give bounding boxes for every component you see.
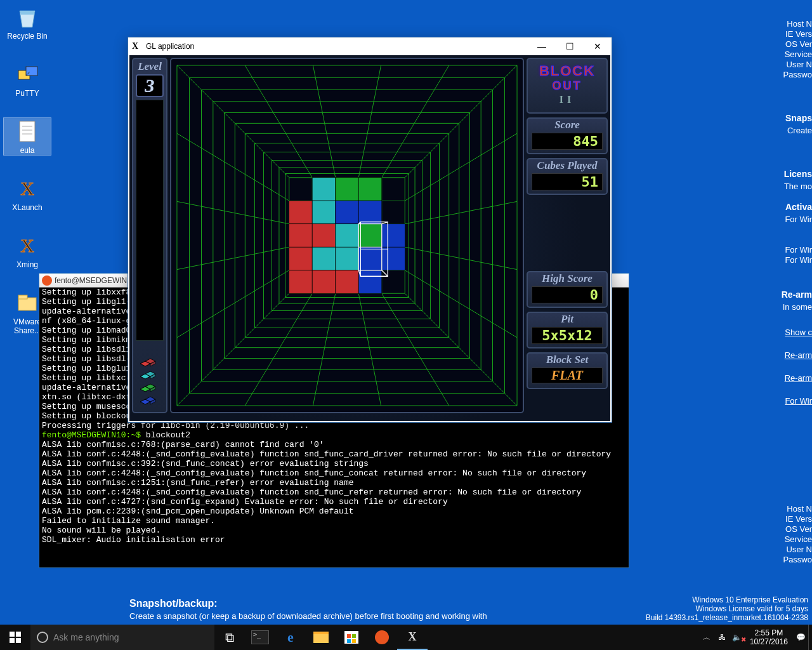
bg-fragment: Show c	[785, 328, 812, 337]
bg-fragment: Re-arm	[785, 350, 812, 360]
stack-cube	[139, 370, 159, 380]
svg-line-54	[177, 270, 289, 338]
bg-fragment: In some	[783, 302, 812, 312]
footer-note: Snapshot/backup: Create a snapshot (or k…	[129, 598, 487, 621]
svg-rect-104	[16, 638, 21, 643]
hiscore-label: High Score	[528, 272, 606, 285]
tray-volume-icon[interactable]: 🔈✖	[730, 633, 745, 642]
score-panel: Score 845	[527, 117, 608, 154]
tray-network-icon[interactable]: 🖧	[714, 633, 730, 642]
bg-fragment: Create	[787, 126, 812, 135]
bg-fragment: User N	[787, 545, 812, 554]
taskbar-app-terminal[interactable]: >_	[245, 625, 275, 650]
vmware-share-icon	[14, 289, 41, 316]
game-pit[interactable]	[170, 58, 524, 413]
svg-rect-92	[358, 270, 382, 294]
bg-fragment: OS Ver	[785, 524, 812, 534]
bg-fragment: Passwo	[783, 70, 812, 79]
svg-rect-91	[336, 270, 359, 294]
svg-line-58	[177, 293, 289, 406]
icon-label: PuTTY	[4, 89, 51, 98]
desktop-icon-xlaunch[interactable]: XXLaunch	[4, 175, 51, 212]
taskbar-app-xming[interactable]: X	[397, 625, 428, 650]
svg-line-46	[177, 201, 289, 223]
taskbar[interactable]: Ask me anything ⧉ >_ e X ︿ 🖧 🔈✖ 2:55 PM …	[0, 625, 812, 650]
svg-line-51	[405, 247, 517, 269]
bg-fragment: Licens	[784, 169, 812, 179]
minimize-button[interactable]: —	[528, 37, 556, 55]
bg-fragment: IE Vers	[785, 514, 812, 524]
game-titlebar[interactable]: X GL application — ☐ ✕	[128, 37, 612, 55]
desktop-icon-xming[interactable]: XXming	[4, 232, 51, 269]
bg-fragment: Host N	[787, 19, 812, 29]
system-tray[interactable]: ︿ 🖧 🔈✖ 2:55 PM 10/27/2016 💬	[699, 625, 812, 650]
svg-rect-78	[358, 201, 382, 224]
svg-rect-9	[18, 298, 36, 310]
stack-cube	[139, 383, 159, 393]
svg-rect-86	[336, 247, 359, 270]
svg-rect-82	[358, 224, 382, 248]
desktop-icon-eula[interactable]: eula	[4, 118, 51, 155]
watermark-line: Windows License valid for 5 days	[646, 604, 808, 613]
tray-clock[interactable]: 2:55 PM 10/27/2016	[745, 628, 793, 646]
svg-rect-107	[347, 639, 351, 643]
bg-fragment: Activa	[785, 202, 812, 212]
bg-fragment: For Wir	[785, 255, 812, 265]
taskbar-app-ubuntu[interactable]	[367, 625, 397, 650]
bg-fragment: Service	[785, 534, 812, 544]
taskbar-app-edge[interactable]: e	[275, 625, 306, 650]
stack-cube	[139, 357, 159, 368]
close-button[interactable]: ✕	[584, 37, 612, 55]
svg-line-53	[382, 293, 449, 406]
icon-label: eula	[4, 146, 51, 155]
level-value: 3	[136, 74, 164, 97]
bg-fragment: Snaps	[785, 113, 812, 123]
game-window-title: GL application	[146, 42, 194, 51]
svg-rect-81	[336, 224, 359, 248]
ubuntu-icon	[42, 275, 52, 286]
maximize-button[interactable]: ☐	[556, 37, 584, 55]
start-button[interactable]	[0, 625, 30, 650]
tray-chevron-icon[interactable]: ︿	[699, 632, 714, 643]
stack-cube	[139, 395, 159, 406]
game-body[interactable]: Level 3 BLOCK OUT II Score 845 Cubes Pla…	[129, 55, 610, 421]
svg-line-56	[405, 65, 517, 178]
svg-rect-103	[10, 638, 15, 643]
bg-fragment: Re-arm	[782, 289, 812, 300]
search-box[interactable]: Ask me anything	[30, 625, 214, 650]
desktop-icon-putty[interactable]: PuTTY	[4, 61, 51, 98]
svg-line-40	[245, 65, 312, 178]
stack-indicator	[139, 355, 159, 406]
svg-rect-76	[312, 201, 336, 224]
score-value: 845	[532, 133, 603, 150]
game-window[interactable]: X GL application — ☐ ✕ Level 3 BLOCK OUT…	[128, 37, 612, 423]
svg-line-42	[177, 133, 289, 201]
desktop-icon-recycle-bin[interactable]: Recycle Bin	[4, 4, 51, 41]
svg-rect-79	[289, 224, 313, 248]
task-view-button[interactable]: ⧉	[214, 625, 245, 650]
icon-label: Recycle Bin	[4, 32, 51, 41]
terminal-title: fento@MSEDGEWIN1	[55, 276, 131, 285]
svg-line-59	[405, 293, 517, 406]
watermark-line: Windows 10 Enterprise Evaluation	[646, 595, 808, 604]
svg-line-55	[405, 270, 517, 338]
recycle-bin-icon	[14, 4, 41, 30]
svg-text:X: X	[20, 178, 34, 199]
show-desktop-button[interactable]	[808, 625, 812, 650]
svg-rect-72	[312, 178, 336, 201]
svg-rect-101	[10, 632, 15, 637]
tray-notifications-icon[interactable]: 💬	[793, 633, 808, 642]
svg-line-44	[313, 65, 335, 178]
blockset-value: FLAT	[532, 368, 603, 383]
pit-label: Pit	[528, 313, 606, 326]
svg-rect-10	[18, 295, 27, 299]
blockset-label: Block Set	[528, 354, 606, 366]
pit-panel: Pit 5x5x12	[527, 312, 608, 348]
taskbar-app-explorer[interactable]	[306, 625, 336, 650]
svg-rect-90	[312, 270, 336, 294]
taskbar-app-store[interactable]	[336, 625, 367, 650]
search-placeholder: Ask me anything	[53, 632, 119, 642]
cubes-label: Cubes Played	[528, 159, 606, 172]
svg-line-48	[358, 65, 381, 178]
footer-text: Create a snapshot (or keep a backup of d…	[129, 611, 487, 621]
